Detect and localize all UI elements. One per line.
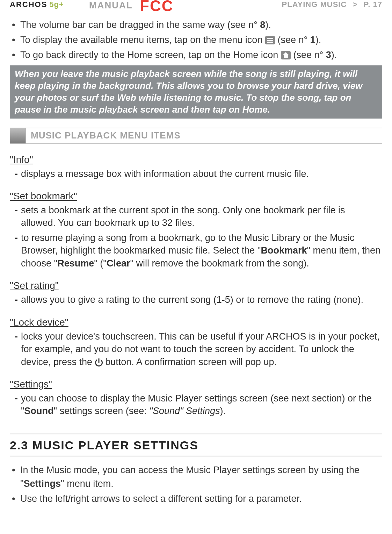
dash-list: you can choose to display the Music Play… <box>10 392 382 418</box>
italic-ref: "Sound" Settings <box>149 406 220 416</box>
menu-icon <box>265 36 275 44</box>
text: (see n° <box>275 35 310 45</box>
section-name: PLAYING MUSIC <box>282 0 347 9</box>
manual-label: MANUAL <box>89 0 133 11</box>
band-icon <box>10 128 26 144</box>
bold-term: Resume <box>57 258 94 269</box>
menu-item-heading: "Info" <box>10 154 382 165</box>
power-icon <box>95 359 103 366</box>
home-icon <box>281 51 291 59</box>
menu-item-heading: "Settings" <box>10 379 382 390</box>
content: The volume bar can be dragged in the sam… <box>0 13 392 506</box>
menu-item-heading: "Lock device" <box>10 317 382 328</box>
brand-logo: ARCHOS <box>10 0 47 9</box>
page-header: ARCHOS 5g+ MANUAL FCC PLAYING MUSIC > P.… <box>0 0 392 13</box>
dash-list: locks your device's touchscreen. This ca… <box>10 330 382 368</box>
dash-list: allows you to give a rating to the curre… <box>10 293 382 306</box>
note-box: When you leave the music playback screen… <box>10 65 382 118</box>
bold-term: Bookmark <box>261 245 307 256</box>
bullet-item: In the Music mode, you can access the Mu… <box>10 463 382 491</box>
text: ). <box>331 50 337 60</box>
text: " will remove the bookmark from the song… <box>130 258 309 269</box>
menu-item-heading: "Set rating" <box>10 280 382 291</box>
fcc-label: FCC <box>140 0 173 15</box>
dash-list: displays a message box with information … <box>10 168 382 180</box>
list-item: displays a message box with information … <box>21 168 382 180</box>
band-title: MUSIC PLAYBACK MENU ITEMS <box>31 130 181 141</box>
ref-number: 8 <box>260 20 265 30</box>
bullet-item: The volume bar can be dragged in the sam… <box>10 18 382 32</box>
text: " menu item. <box>61 478 114 489</box>
text: " settings screen (see: <box>54 406 150 416</box>
text: To display the available menu items, tap… <box>20 35 265 45</box>
menu-item-heading: "Set bookmark" <box>10 191 382 202</box>
bold-term: Sound <box>24 406 54 416</box>
ref-number: 1 <box>310 35 315 45</box>
text: To go back directly to the Home screen, … <box>20 50 281 60</box>
list-item: sets a bookmark at the current spot in t… <box>21 204 382 229</box>
top-bullet-list: The volume bar can be dragged in the sam… <box>10 18 382 62</box>
text: ). <box>265 20 271 30</box>
header-right: PLAYING MUSIC > P. 17 <box>282 0 382 9</box>
brand-suffix: 5g+ <box>49 0 64 9</box>
text: " (" <box>94 258 107 269</box>
list-item: to resume playing a song from a bookmark… <box>21 232 382 270</box>
text: The volume bar can be dragged in the sam… <box>20 20 260 30</box>
bottom-bullet-list: In the Music mode, you can access the Mu… <box>10 463 382 506</box>
section-heading: 2.3 MUSIC PLAYER SETTINGS <box>10 434 382 456</box>
text: button. A confirmation screen will pop u… <box>103 357 277 367</box>
text: ). <box>220 406 226 416</box>
bold-term: Clear <box>107 258 130 269</box>
bullet-item: To go back directly to the Home screen, … <box>10 48 382 62</box>
list-item: you can choose to display the Music Play… <box>21 392 382 418</box>
text: ). <box>315 35 321 45</box>
text: (see n° <box>291 50 326 60</box>
bullet-item: To display the available menu items, tap… <box>10 33 382 47</box>
ref-number: 3 <box>326 50 331 60</box>
list-item: allows you to give a rating to the curre… <box>21 293 382 306</box>
dash-list: sets a bookmark at the current spot in t… <box>10 204 382 270</box>
page-number: P. 17 <box>363 0 382 9</box>
bullet-item: Use the left/right arrows to select a di… <box>10 492 382 506</box>
section-band: MUSIC PLAYBACK MENU ITEMS <box>10 128 382 144</box>
separator: > <box>353 0 357 9</box>
list-item: locks your device's touchscreen. This ca… <box>21 330 382 368</box>
bold-term: Settings <box>24 478 61 489</box>
